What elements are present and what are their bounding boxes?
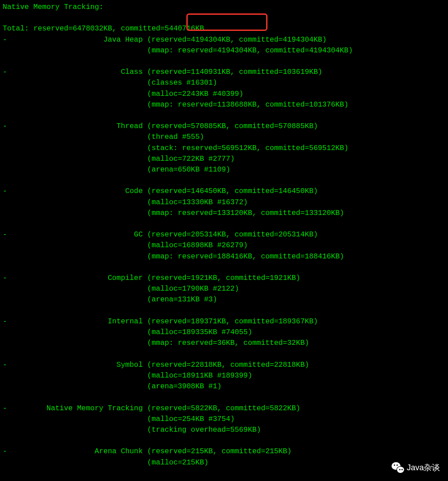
watermark-text: Java杂谈: [407, 462, 440, 473]
terminal-output: Native Memory Tracking: Total: reserved=…: [0, 0, 448, 470]
watermark: Java杂谈: [392, 462, 440, 473]
wechat-icon: [392, 462, 404, 473]
